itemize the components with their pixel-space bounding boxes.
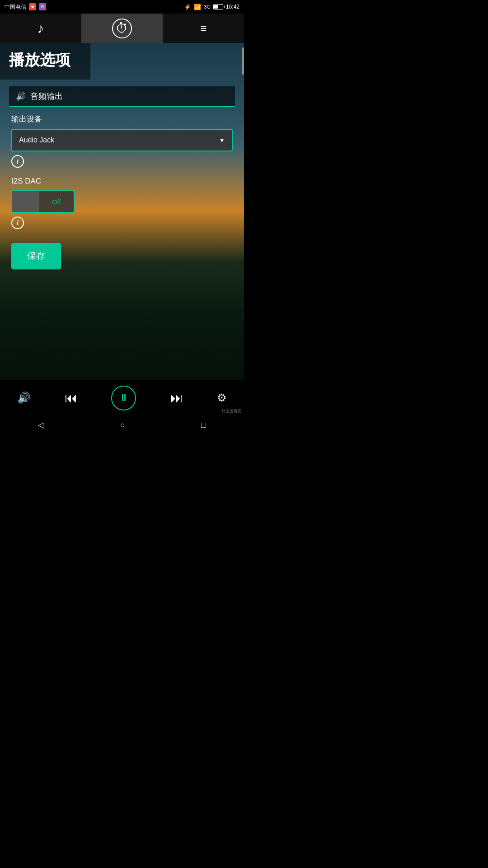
list-icon: ≡	[200, 22, 206, 35]
back-button[interactable]: ◁	[38, 420, 44, 430]
save-button[interactable]: 保存	[11, 243, 61, 269]
signal-icon: 3G	[204, 4, 211, 9]
i2s-dac-group: I2S DAC Off i	[9, 177, 235, 229]
recents-button[interactable]: □	[201, 420, 206, 430]
timer-icon: ⏱	[112, 19, 132, 38]
i2s-dac-info-icon[interactable]: i	[11, 217, 24, 229]
music-icon: ♪	[38, 21, 44, 36]
page-title: 播放选项	[9, 51, 70, 68]
wifi-icon: 📶	[194, 4, 201, 10]
home-button[interactable]: ○	[120, 420, 125, 430]
toggle-off-side	[12, 191, 39, 212]
player-controls: 🔊 ⏮ ⏸ ⏭ ⚙	[0, 380, 244, 416]
output-device-group: 输出设备 Audio Jack ▼ i	[9, 114, 235, 168]
audio-output-header: 🔊 音频输出	[9, 86, 235, 107]
audio-output-info-icon[interactable]: i	[11, 155, 24, 168]
content-area: 播放选项 🔊 音频输出 输出设备 Audio Jack ▼ i I2S DAC …	[0, 43, 244, 380]
play-pause-button[interactable]: ⏸	[111, 386, 136, 410]
audio-output-icon: 🔊	[16, 91, 26, 101]
timer-tab[interactable]: ⏱	[81, 14, 163, 43]
dropdown-arrow-icon: ▼	[219, 137, 225, 144]
status-bar: 中国电信 ❤ B ⚡ 📶 3G 16:42	[0, 0, 244, 14]
output-device-value: Audio Jack	[19, 136, 54, 144]
notification-icon-1: ❤	[29, 3, 36, 10]
scroll-indicator	[242, 43, 244, 380]
volume-button[interactable]: 🔊	[17, 392, 31, 404]
time-label: 16:42	[226, 4, 239, 10]
watermark: 什么值得买	[221, 408, 242, 414]
tab-bar: ♪ ⏱ ≡	[0, 14, 244, 43]
list-tab[interactable]: ≡	[163, 14, 244, 43]
pause-icon: ⏸	[119, 392, 129, 404]
settings-button[interactable]: ⚙	[217, 392, 227, 404]
output-device-dropdown[interactable]: Audio Jack ▼	[11, 129, 233, 151]
music-tab[interactable]: ♪	[0, 14, 81, 43]
output-device-label: 输出设备	[11, 114, 233, 124]
i2s-dac-label: I2S DAC	[11, 177, 233, 186]
audio-output-label: 音频输出	[30, 91, 63, 102]
notification-icon-2: B	[39, 3, 46, 10]
i2s-dac-toggle[interactable]: Off	[11, 190, 75, 213]
toggle-state-label: Off	[39, 191, 74, 212]
bluetooth-icon: ⚡	[184, 4, 191, 10]
settings-panel: 🔊 音频输出 输出设备 Audio Jack ▼ i I2S DAC Off i	[9, 80, 235, 281]
page-title-area: 播放选项	[0, 43, 90, 80]
battery-icon	[213, 4, 223, 9]
carrier-label: 中国电信	[5, 3, 26, 11]
nav-bar: ◁ ○ □ 什么值得买	[0, 416, 244, 434]
prev-button[interactable]: ⏮	[65, 391, 77, 406]
next-button[interactable]: ⏭	[170, 391, 183, 406]
